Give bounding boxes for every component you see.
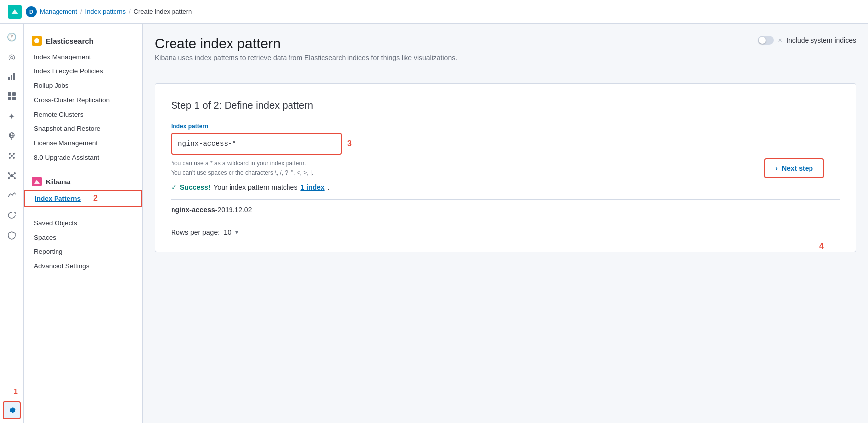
breadcrumb-management[interactable]: Management [40,8,77,15]
hint-line1: You can use a * as a wildcard in your in… [171,159,840,168]
rows-per-page[interactable]: Rows per page: 10 ▾ [171,228,840,236]
kibana-label: Kibana [46,178,70,186]
kibana-section-header: Kibana [24,173,142,190]
nav-rollup-jobs[interactable]: Rollup Jobs [24,78,142,93]
hint-text: You can use a * as a wildcard in your in… [171,159,840,178]
chevron-down-icon: ▾ [235,229,238,236]
kibana-icon [32,177,42,186]
breadcrumb-index-patterns[interactable]: Index patterns [85,8,126,15]
system-indices-toggle[interactable] [758,36,774,45]
toggle-knob [759,37,766,44]
card-inner: Step 1 of 2: Define index pattern Index … [171,100,840,236]
next-step-button[interactable]: › Next step [764,158,824,178]
svg-point-9 [9,153,11,155]
elasticsearch-icon [32,36,42,46]
nav-remote-clusters[interactable]: Remote Clusters [24,107,142,121]
nav-spaces[interactable]: Spaces [24,230,142,244]
table-row: nginx-access-2019.12.02 [171,200,840,220]
uptime-icon[interactable] [3,206,21,224]
maps-icon[interactable] [3,127,21,145]
svg-rect-5 [8,97,11,100]
success-suffix: . [328,183,330,191]
svg-rect-6 [12,97,16,100]
elasticsearch-label: Elasticsearch [46,37,94,45]
nav-index-patterns[interactable]: Index Patterns [24,190,142,207]
nav-cross-cluster[interactable]: Cross-Cluster Replication [24,93,142,107]
svg-rect-2 [13,73,15,80]
input-wrapper [171,133,342,155]
svg-rect-4 [12,92,16,96]
nav-upgrade-assistant[interactable]: 8.0 Upgrade Assistant [24,150,142,165]
discover-icon[interactable]: ◎ [3,48,21,65]
svg-point-13 [11,155,13,157]
rows-per-page-value: 10 [224,228,231,236]
success-text: Your index pattern matches [213,183,297,191]
elasticsearch-section-header: Elasticsearch [24,32,142,50]
svg-rect-0 [8,77,10,80]
next-step-label: Next step [782,164,813,172]
main-content: Create index pattern Kibana uses index p… [143,24,868,423]
page-title: Create index pattern [155,36,457,52]
svg-point-10 [13,153,15,155]
breadcrumb: D Management / Index patterns / Create i… [26,6,192,17]
nav-license-management[interactable]: License Management [24,136,142,150]
page-header-row: Create index pattern Kibana uses index p… [155,36,856,71]
nav-snapshot-restore[interactable]: Snapshot and Restore [24,121,142,136]
index-pattern-label[interactable]: Index pattern [171,123,840,130]
svg-line-19 [9,174,10,175]
nav-reporting[interactable]: Reporting [24,244,142,259]
page-subtitle: Kibana uses index patterns to retrieve d… [155,54,457,61]
hint-line2: You can't use spaces or the characters \… [171,168,840,178]
svg-point-23 [34,38,39,43]
canvas-icon[interactable]: ✦ [3,107,21,125]
svg-line-21 [9,177,10,178]
svg-rect-3 [8,92,11,96]
success-message: ✓ Success! Your index pattern matches 1 … [171,183,840,191]
index-name: nginx-access-2019.12.02 [171,206,252,214]
breadcrumb-current: Create index pattern [134,8,192,15]
nav-advanced-settings[interactable]: Advanced Settings [24,259,142,273]
create-index-card: Step 1 of 2: Define index pattern Index … [155,83,856,252]
index-table: nginx-access-2019.12.02 [171,199,840,220]
success-prefix: Success! [180,183,210,191]
index-name-bold: nginx-access- [171,206,217,214]
svg-rect-1 [11,75,12,80]
avatar-badge: D [26,6,37,17]
index-pattern-input[interactable] [172,134,341,154]
app-logo [8,5,22,19]
icon-sidebar: 🕐 ◎ ✦ [0,24,24,423]
include-system-label: Include system indices [786,36,856,44]
index-name-rest: 2019.12.02 [217,206,252,214]
marker-4: 4 [819,242,824,251]
settings-icon[interactable] [3,401,21,419]
visualize-icon[interactable] [3,67,21,85]
toggle-x-icon: ✕ [778,37,782,44]
step-header: Step 1 of 2: Define index pattern [171,100,840,111]
page-header: Create index pattern Kibana uses index p… [155,36,457,61]
svg-point-12 [13,157,15,159]
marker-3: 3 [347,139,352,148]
nav-index-management[interactable]: Index Management [24,50,142,64]
next-step-arrow-icon: › [775,164,778,172]
nav-index-lifecycle[interactable]: Index Lifecycle Policies [24,64,142,78]
apm-icon[interactable] [3,186,21,204]
index-pattern-form: Index pattern 3 You can use a * as a wil… [171,123,840,178]
rows-per-page-label: Rows per page: [171,228,220,236]
success-checkmark-icon: ✓ [171,183,177,191]
svg-point-11 [9,157,11,159]
clock-icon[interactable]: 🕐 [3,28,21,46]
nav-sidebar: Elasticsearch Index Management Index Lif… [24,24,143,423]
svg-line-22 [13,177,14,178]
success-count[interactable]: 1 index [300,183,324,191]
input-row: 3 [171,133,840,155]
include-system-indices[interactable]: ✕ Include system indices [758,36,856,45]
svg-point-14 [10,174,13,177]
ml-icon[interactable] [3,147,21,165]
graph-icon[interactable] [3,167,21,184]
dashboard-icon[interactable] [3,87,21,105]
siem-icon[interactable] [3,226,21,244]
nav-saved-objects[interactable]: Saved Objects [24,216,142,230]
svg-line-20 [13,174,14,175]
topbar: D Management / Index patterns / Create i… [0,0,868,24]
